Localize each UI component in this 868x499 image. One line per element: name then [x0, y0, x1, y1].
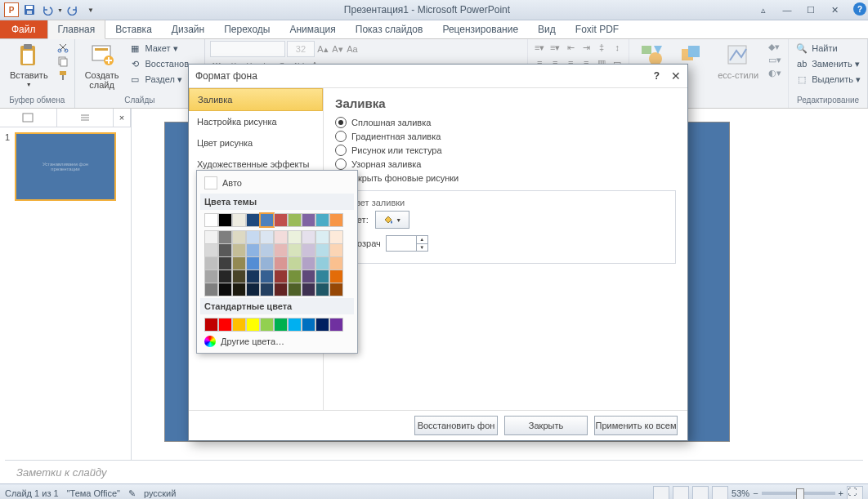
radio-picture-texture[interactable]: Рисунок или текстура — [335, 145, 676, 156]
tint-swatch[interactable] — [232, 256, 246, 270]
tint-swatch[interactable] — [329, 283, 343, 296]
more-colors[interactable]: Другие цвета… — [200, 333, 354, 350]
format-painter-icon[interactable] — [56, 69, 69, 82]
standard-swatch[interactable] — [246, 318, 260, 332]
tint-swatch[interactable] — [288, 283, 302, 296]
close-panel-button[interactable]: × — [114, 109, 131, 127]
select-button[interactable]: ⬚Выделить ▾ — [794, 72, 862, 87]
theme-swatch[interactable] — [246, 213, 260, 227]
tint-swatch[interactable] — [329, 270, 343, 283]
tint-swatch[interactable] — [246, 230, 260, 244]
cut-icon[interactable] — [56, 41, 69, 54]
tint-swatch[interactable] — [204, 283, 218, 296]
notes-pane[interactable]: Заметки к слайду — [5, 460, 863, 483]
tint-swatch[interactable] — [329, 230, 343, 244]
tint-swatch[interactable] — [302, 256, 315, 270]
tint-swatch[interactable] — [232, 230, 246, 244]
layout-button[interactable]: ▦Макет ▾ — [127, 41, 199, 56]
standard-swatch[interactable] — [218, 318, 232, 332]
tint-swatch[interactable] — [315, 270, 329, 283]
replace-button[interactable]: abЗаменить ▾ — [794, 56, 862, 71]
view-slideshow-button[interactable] — [712, 486, 728, 499]
tint-swatch[interactable] — [218, 283, 232, 296]
tint-swatch[interactable] — [288, 243, 302, 257]
tint-swatch[interactable] — [315, 256, 329, 270]
tab-foxit[interactable]: Foxit PDF — [566, 20, 629, 38]
shape-effects-button[interactable]: ◐▾ — [767, 67, 783, 79]
nav-picture-color[interactable]: Цвет рисунка — [189, 132, 323, 154]
theme-swatch[interactable] — [302, 213, 315, 227]
standard-swatch[interactable] — [274, 318, 288, 332]
theme-swatch[interactable] — [218, 213, 232, 227]
theme-swatch[interactable] — [288, 213, 302, 227]
theme-swatch[interactable] — [204, 213, 218, 227]
tint-swatch[interactable] — [218, 270, 232, 283]
undo-dropdown-icon[interactable]: ▼ — [57, 7, 63, 13]
redo-icon[interactable] — [65, 2, 81, 18]
find-button[interactable]: 🔍Найти — [794, 41, 862, 56]
apply-all-button[interactable]: Применить ко всем — [594, 416, 678, 435]
tint-swatch[interactable] — [246, 256, 260, 270]
tab-review[interactable]: Рецензирование — [432, 20, 528, 38]
theme-swatch[interactable] — [315, 213, 329, 227]
tint-swatch[interactable] — [246, 243, 260, 257]
tint-swatch[interactable] — [260, 230, 274, 244]
view-sorter-button[interactable] — [673, 486, 689, 499]
tint-swatch[interactable] — [260, 256, 274, 270]
save-icon[interactable] — [21, 2, 38, 18]
tint-swatch[interactable] — [315, 243, 329, 257]
text-direction-icon[interactable]: ↕ — [611, 41, 624, 54]
tint-swatch[interactable] — [218, 256, 232, 270]
grow-font-icon[interactable]: A▴ — [316, 42, 329, 56]
tint-swatch[interactable] — [218, 230, 232, 244]
new-slide-button[interactable]: Создать слайд — [80, 41, 124, 91]
tint-swatch[interactable] — [260, 283, 274, 296]
tint-swatch[interactable] — [204, 243, 218, 257]
tab-view[interactable]: Вид — [528, 20, 566, 38]
theme-swatch[interactable] — [274, 213, 288, 227]
tint-swatch[interactable] — [232, 270, 246, 283]
spin-up-icon[interactable]: ▲ — [416, 236, 427, 244]
tint-swatch[interactable] — [218, 243, 232, 257]
standard-swatch[interactable] — [204, 318, 218, 332]
ribbon-minimize-icon[interactable]: ▵ — [752, 2, 775, 17]
copy-icon[interactable] — [56, 55, 69, 68]
indent-left-icon[interactable]: ⇤ — [564, 41, 577, 54]
transparency-spinner[interactable]: ▲▼ — [386, 235, 428, 252]
slide-thumbnail-1[interactable]: 1 Устанавливаем фон презентации — [0, 127, 131, 206]
tint-swatch[interactable] — [288, 230, 302, 244]
theme-swatch[interactable] — [232, 213, 246, 227]
tint-swatch[interactable] — [274, 283, 288, 296]
spin-down-icon[interactable]: ▼ — [416, 244, 427, 252]
tab-home[interactable]: Главная — [47, 20, 106, 39]
tint-swatch[interactable] — [204, 270, 218, 283]
fit-window-button[interactable]: ⛶ — [847, 486, 863, 499]
color-picker-button[interactable]: ▼ — [375, 211, 409, 229]
tint-swatch[interactable] — [274, 270, 288, 283]
clear-format-icon[interactable]: Aa — [346, 42, 359, 56]
tint-swatch[interactable] — [274, 256, 288, 270]
close-button[interactable]: ✕ — [823, 2, 846, 17]
dialog-close-button[interactable]: ✕ — [671, 69, 681, 82]
tab-slideshow[interactable]: Показ слайдов — [346, 20, 433, 38]
line-spacing-icon[interactable]: ‡ — [595, 41, 608, 54]
zoom-slider-thumb[interactable] — [796, 488, 804, 499]
standard-swatch[interactable] — [302, 318, 315, 332]
tab-insert[interactable]: Вставка — [105, 20, 162, 38]
shape-fill-button[interactable]: ◆▾ — [767, 41, 783, 53]
font-name-input[interactable] — [210, 41, 285, 57]
close-dialog-button[interactable]: Закрыть — [504, 416, 588, 435]
tint-swatch[interactable] — [302, 283, 315, 296]
tab-file[interactable]: Файл — [0, 20, 47, 38]
radio-gradient[interactable]: Градиентная заливка — [335, 131, 676, 142]
standard-swatch[interactable] — [315, 318, 329, 332]
tint-swatch[interactable] — [204, 256, 218, 270]
status-language[interactable]: русский — [144, 488, 176, 498]
shrink-font-icon[interactable]: A▾ — [331, 42, 344, 56]
tint-swatch[interactable] — [260, 270, 274, 283]
spellcheck-icon[interactable]: ✎ — [128, 488, 136, 499]
outline-tab[interactable] — [57, 109, 114, 127]
radio-solid[interactable]: Сплошная заливка — [335, 117, 676, 128]
maximize-button[interactable]: ☐ — [799, 2, 822, 17]
view-normal-button[interactable] — [653, 486, 669, 499]
